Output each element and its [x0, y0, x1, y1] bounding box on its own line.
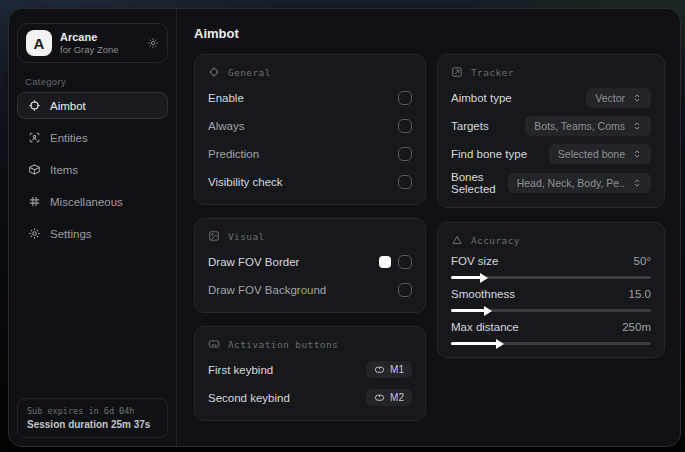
chevron-updown-icon	[632, 121, 642, 131]
setting-row: Find bone type Selected bone	[451, 143, 651, 164]
find-bone-type-dropdown[interactable]: Selected bone	[549, 144, 651, 164]
setting-label: Visibility check	[208, 176, 283, 188]
target-arrow-icon	[451, 66, 463, 78]
chevron-updown-icon	[632, 93, 642, 103]
keybind-value: M2	[390, 392, 404, 403]
main-content: Aimbot General Enable	[177, 9, 680, 446]
setting-label: Second keybind	[208, 392, 290, 404]
general-panel-header: General	[208, 66, 412, 78]
activation-buttons-panel: Activation buttons First keybind M1	[194, 326, 426, 421]
brand-logo: A	[26, 30, 52, 56]
accuracy-panel-header: Accuracy	[451, 234, 651, 246]
chevron-updown-icon	[632, 149, 642, 159]
gear-icon	[28, 227, 41, 240]
first-keybind-button[interactable]: M1	[366, 361, 412, 378]
panel-title: Accuracy	[471, 235, 520, 246]
draw-fov-background-checkbox[interactable]	[398, 283, 412, 297]
visual-panel: Visual Draw FOV Border Draw FOV Backgrou…	[194, 218, 426, 313]
panel-title: General	[228, 67, 271, 78]
setting-label: Smoothness	[451, 288, 515, 300]
setting-row: Bones Selected Head, Neck, Body, Pe..	[451, 171, 651, 195]
setting-row: Aimbot type Vector	[451, 87, 651, 108]
sidebar-item-label: Miscellaneous	[50, 196, 123, 208]
fov-size-slider[interactable]	[451, 276, 651, 279]
setting-row: Second keybind M2	[208, 387, 412, 408]
sidebar-item-aimbot[interactable]: Aimbot	[17, 92, 168, 119]
setting-label: Aimbot type	[451, 92, 512, 104]
crosshair-icon	[28, 99, 41, 112]
setting-row: Targets Bots, Teams, Coms	[451, 115, 651, 136]
dropdown-value: Selected bone	[558, 148, 625, 160]
mouse-icon	[374, 364, 385, 375]
setting-label: Always	[208, 120, 244, 132]
sub-expires-text: Sub expires in 6d 04h	[27, 406, 158, 416]
tracker-panel-header: Tracker	[451, 66, 651, 78]
box-icon	[28, 163, 41, 176]
dropdown-value: Vector	[595, 92, 625, 104]
keybind-value: M1	[390, 364, 404, 375]
sidebar-item-label: Items	[50, 164, 78, 176]
slider-fill	[451, 276, 481, 279]
session-duration-text: Session duration 25m 37s	[27, 419, 158, 430]
panel-title: Visual	[228, 231, 265, 242]
keyboard-icon	[208, 338, 220, 350]
setting-row: Draw FOV Border	[208, 251, 412, 272]
slider-fill	[451, 309, 485, 312]
brand-text: Arcane for Gray Zone	[60, 31, 139, 56]
panel-title: Activation buttons	[228, 339, 338, 350]
setting-label: FOV size	[451, 255, 498, 267]
app-window: A Arcane for Gray Zone Category	[8, 8, 681, 447]
sidebar-item-settings[interactable]: Settings	[17, 220, 168, 247]
sidebar-item-miscellaneous[interactable]: Miscellaneous	[17, 188, 168, 215]
bones-selected-dropdown[interactable]: Head, Neck, Body, Pe..	[508, 173, 651, 193]
visibility-check-checkbox[interactable]	[398, 175, 412, 189]
sidebar-item-entities[interactable]: Entities	[17, 124, 168, 151]
mouse-icon	[374, 392, 385, 403]
crosshair-icon	[208, 66, 220, 78]
activation-panel-header: Activation buttons	[208, 338, 412, 350]
second-keybind-button[interactable]: M2	[366, 389, 412, 406]
setting-label: Draw FOV Background	[208, 284, 326, 296]
aimbot-type-dropdown[interactable]: Vector	[586, 88, 651, 108]
visual-panel-header: Visual	[208, 230, 412, 242]
general-panel: General Enable Always Prediction	[194, 54, 426, 205]
max-distance-slider[interactable]	[451, 342, 651, 345]
sidebar-item-label: Entities	[50, 132, 88, 144]
max-distance-setting: Max distance 250m	[451, 321, 651, 345]
setting-label: Enable	[208, 92, 244, 104]
panel-title: Tracker	[471, 67, 514, 78]
setting-row: Visibility check	[208, 171, 412, 192]
targets-dropdown[interactable]: Bots, Teams, Coms	[525, 116, 651, 136]
setting-row: Prediction	[208, 143, 412, 164]
tracker-panel: Tracker Aimbot type Vector	[437, 54, 665, 208]
category-label: Category	[25, 76, 160, 87]
chevron-updown-icon	[632, 178, 642, 188]
triangle-icon	[451, 234, 463, 246]
setting-row: First keybind M1	[208, 359, 412, 380]
smoothness-setting: Smoothness 15.0	[451, 288, 651, 312]
prediction-checkbox[interactable]	[398, 147, 412, 161]
setting-label: Max distance	[451, 321, 519, 333]
sidebar-item-items[interactable]: Items	[17, 156, 168, 183]
page-title: Aimbot	[194, 26, 665, 41]
smoothness-slider[interactable]	[451, 309, 651, 312]
gear-icon[interactable]	[147, 37, 159, 49]
draw-fov-border-checkbox[interactable]	[398, 255, 412, 269]
setting-label: Draw FOV Border	[208, 256, 299, 268]
sidebar-item-label: Settings	[50, 228, 92, 240]
always-checkbox[interactable]	[398, 119, 412, 133]
entity-scan-icon	[28, 131, 41, 144]
setting-row: Draw FOV Background	[208, 279, 412, 300]
slider-value: 250m	[622, 321, 651, 333]
slider-fill	[451, 342, 497, 345]
setting-label: First keybind	[208, 364, 273, 376]
setting-label: Bones Selected	[451, 171, 508, 195]
hash-icon	[28, 195, 41, 208]
fov-border-color-swatch[interactable]	[379, 256, 391, 268]
brand-subtitle: for Gray Zone	[60, 44, 139, 56]
slider-value: 15.0	[629, 288, 651, 300]
fov-size-setting: FOV size 50°	[451, 255, 651, 279]
brand-card: A Arcane for Gray Zone	[17, 23, 168, 63]
enable-checkbox[interactable]	[398, 91, 412, 105]
slider-value: 50°	[634, 255, 651, 267]
